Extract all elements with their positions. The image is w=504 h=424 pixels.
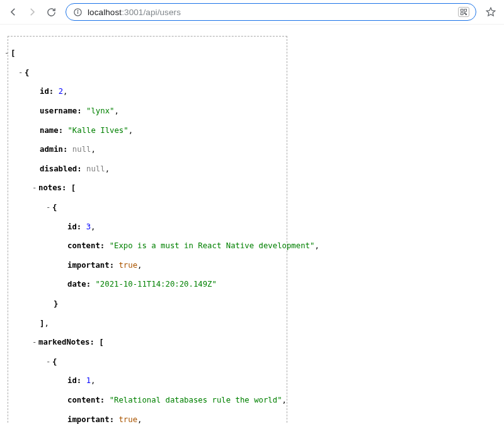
browser-toolbar: localhost:3001/api/users	[0, 0, 504, 25]
svg-rect-3	[461, 9, 464, 12]
collapse-toggle[interactable]: -	[46, 357, 52, 367]
reload-button[interactable]	[43, 4, 59, 20]
svg-point-2	[77, 10, 78, 11]
collapse-toggle[interactable]: -	[18, 68, 25, 77]
forward-button[interactable]	[24, 4, 40, 20]
back-button[interactable]	[5, 4, 21, 20]
svg-rect-4	[464, 9, 467, 12]
svg-rect-5	[461, 13, 464, 15]
svg-rect-6	[464, 13, 466, 14]
json-viewer: -[ -{ id: 2, username: "lynx", name: "Ka…	[8, 36, 287, 424]
qr-icon[interactable]	[458, 7, 469, 17]
svg-rect-7	[466, 14, 467, 15]
bookmark-star-icon[interactable]	[483, 4, 499, 20]
site-info-icon[interactable]	[72, 7, 83, 17]
url-text: localhost:3001/api/users	[88, 8, 181, 17]
collapse-toggle[interactable]: -	[4, 49, 11, 58]
collapse-toggle[interactable]: -	[32, 338, 38, 347]
address-bar[interactable]: localhost:3001/api/users	[66, 3, 476, 21]
collapse-toggle[interactable]: -	[46, 203, 52, 212]
collapse-toggle[interactable]: -	[32, 183, 38, 193]
